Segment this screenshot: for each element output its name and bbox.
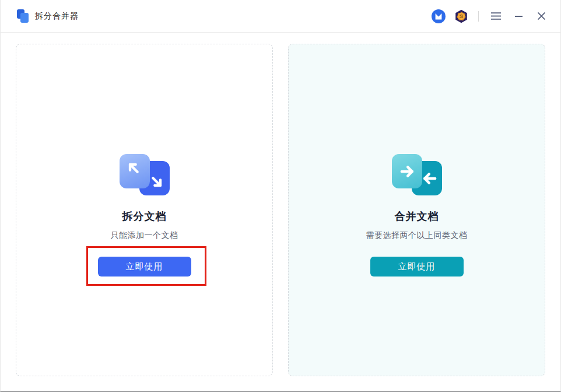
minimize-button[interactable] xyxy=(511,9,526,24)
split-button-wrap: 立即使用 xyxy=(98,257,191,276)
card-title: 拆分文档 xyxy=(122,209,167,223)
card-title: 合并文档 xyxy=(395,209,439,223)
titlebar-divider xyxy=(478,11,479,22)
merge-use-button[interactable]: 立即使用 xyxy=(370,257,464,276)
split-use-button[interactable]: 立即使用 xyxy=(98,257,191,276)
app-logo-icon xyxy=(17,9,29,23)
titlebar-right: S xyxy=(431,9,549,24)
member-badge-icon[interactable] xyxy=(431,9,446,24)
split-card: 拆分文档 只能添加一个文档 立即使用 xyxy=(16,44,273,376)
svg-text:S: S xyxy=(460,13,463,19)
merge-button-wrap: 立即使用 xyxy=(370,257,464,276)
split-document-icon xyxy=(120,154,170,195)
main-area: 拆分文档 只能添加一个文档 立即使用 xyxy=(1,33,560,376)
card-subtitle: 需要选择两个以上同类文档 xyxy=(366,230,468,241)
menu-button[interactable] xyxy=(488,9,503,24)
app-title: 拆分合并器 xyxy=(35,11,79,22)
card-subtitle: 只能添加一个文档 xyxy=(111,230,178,241)
close-button[interactable] xyxy=(534,9,549,24)
merge-document-icon xyxy=(392,154,442,195)
points-badge-icon[interactable]: S xyxy=(454,9,469,24)
titlebar: 拆分合并器 S xyxy=(1,0,560,33)
merge-card: 合并文档 需要选择两个以上同类文档 立即使用 xyxy=(288,44,545,376)
titlebar-left: 拆分合并器 xyxy=(17,9,79,23)
app-window: 拆分合并器 S xyxy=(0,0,561,392)
